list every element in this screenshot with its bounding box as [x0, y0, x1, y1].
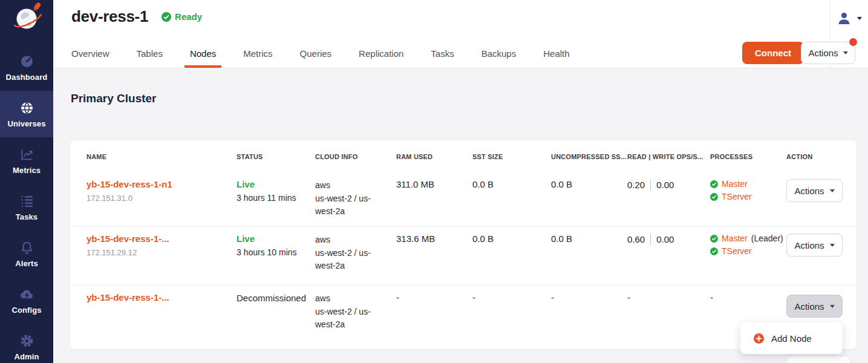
sidebar-item-tasks[interactable]: Tasks	[0, 184, 53, 231]
sst-size-value: 0.0 B	[472, 234, 551, 244]
chevron-down-icon	[830, 189, 835, 192]
node-name-link[interactable]: yb-15-dev-ress-1-...	[86, 234, 169, 244]
check-circle-icon	[162, 12, 171, 22]
node-name-link[interactable]: yb-15-dev-ress-1-...	[86, 292, 169, 302]
gear-icon	[19, 333, 34, 349]
sidebar-item-label: Configs	[11, 306, 41, 315]
universe-header: dev-ress-1 Ready Overview Tables Nodes M…	[53, 0, 868, 68]
universe-tabs: Overview Tables Nodes Metrics Queries Re…	[71, 42, 597, 68]
read-ops-value: 0.60	[627, 234, 645, 244]
node-uptime: 3 hours 11 mins	[237, 193, 315, 203]
cloud-provider: aws	[315, 179, 396, 192]
bell-icon	[19, 240, 34, 256]
sidebar-item-label: Dashboard	[6, 73, 48, 82]
status-badge: Ready	[162, 11, 202, 22]
cloud-zone: us-west-2 / us-west-2a	[315, 306, 377, 332]
column-header-cloud-info: CLOUD INFO	[315, 153, 396, 160]
tserver-process-link[interactable]: TServer	[722, 192, 752, 201]
chart-line-icon	[19, 147, 34, 163]
column-header-ram-used: RAM USED	[396, 153, 472, 160]
node-actions-button[interactable]: Actions	[786, 295, 843, 318]
universe-actions-button[interactable]: Actions	[801, 42, 855, 64]
sidebar-item-admin[interactable]: Admin	[0, 324, 53, 363]
tserver-process-link[interactable]: TServer	[722, 246, 752, 256]
globe-icon	[19, 100, 34, 116]
node-actions-label: Actions	[794, 240, 824, 250]
column-header-read-write: READ | WRITE OPS/S...	[627, 153, 710, 160]
tab-overview[interactable]: Overview	[71, 42, 109, 68]
menu-item-label: Add Node	[771, 333, 812, 344]
user-menu[interactable]	[834, 10, 864, 27]
node-actions-button[interactable]: Actions	[786, 234, 843, 257]
cloud-zone: us-west-2 / us-west-2a	[315, 247, 377, 273]
ram-used-value: 311.0 MB	[396, 179, 472, 189]
table-row: yb-15-dev-ress-1-... 172.151.29.12 Live …	[70, 227, 857, 286]
sidebar-item-label: Alerts	[15, 259, 38, 268]
gauge-icon	[19, 54, 34, 70]
chevron-down-icon	[830, 305, 835, 308]
sidebar-item-universes[interactable]: Universes	[0, 91, 53, 137]
read-ops-value: 0.20	[627, 180, 645, 190]
universe-actions-label: Actions	[808, 48, 838, 58]
column-header-action: ACTION	[786, 153, 857, 160]
node-status: Decommissioned	[237, 292, 315, 303]
node-actions-button[interactable]: Actions	[786, 179, 843, 202]
notification-dot	[849, 38, 857, 46]
column-header-sst-size: SST SIZE	[472, 153, 551, 160]
cloud-provider: aws	[315, 292, 396, 306]
sidebar-item-dashboard[interactable]: Dashboard	[0, 44, 53, 91]
column-header-processes: PROCESSES	[710, 153, 786, 160]
status-badge-label: Ready	[175, 11, 202, 22]
ram-used-value: -	[396, 292, 472, 302]
read-write-value: -	[627, 292, 710, 302]
universe-name: dev-ress-1	[71, 7, 148, 26]
check-circle-icon	[710, 180, 718, 188]
connect-button[interactable]: Connect	[742, 42, 804, 64]
chevron-down-icon	[830, 244, 835, 247]
node-ip: 172.151.31.0	[86, 194, 237, 203]
nodes-table-card: NAME STATUS CLOUD INFO RAM USED SST SIZE…	[70, 140, 857, 349]
table-row: yb-15-dev-ress-1-... Decommissioned aws …	[70, 286, 857, 349]
tab-nodes[interactable]: Nodes	[190, 42, 216, 68]
sidebar-item-label: Tasks	[16, 212, 38, 221]
node-name-link[interactable]: yb-15-dev-ress-1-n1	[86, 179, 172, 189]
sidebar-item-label: Admin	[15, 352, 39, 361]
sidebar-item-configs[interactable]: Configs	[0, 277, 53, 324]
cloud-zone: us-west-2 / us-west-2a	[315, 192, 377, 218]
sidebar-item-metrics[interactable]: Metrics	[0, 137, 53, 184]
write-ops-value: 0.00	[656, 234, 674, 244]
check-circle-icon	[710, 247, 718, 255]
sidebar-item-alerts[interactable]: Alerts	[0, 231, 53, 277]
read-write-divider	[650, 179, 651, 191]
node-actions-label: Actions	[794, 186, 824, 196]
sidebar-item-label: Metrics	[13, 166, 41, 175]
yugabyte-logo[interactable]	[10, 1, 44, 35]
chevron-down-icon	[843, 51, 848, 54]
ram-used-value: 313.6 MB	[396, 234, 472, 244]
tab-backups[interactable]: Backups	[481, 42, 517, 68]
sidebar-item-label: Universes	[7, 119, 45, 128]
uncompressed-sst-value: 0.0 B	[551, 234, 627, 244]
menu-item-add-node[interactable]: Add Node	[740, 333, 843, 344]
section-title: Primary Cluster	[71, 92, 157, 105]
node-ip: 172.151.29.12	[86, 248, 237, 257]
task-list-icon	[19, 194, 34, 209]
tab-replication[interactable]: Replication	[359, 42, 403, 68]
node-actions-dropdown: Add Node	[740, 322, 843, 354]
clipped-element	[786, 356, 850, 363]
tab-queries[interactable]: Queries	[300, 42, 332, 68]
plus-circle-icon	[754, 333, 764, 344]
sidebar-nav: Dashboard Universes Metrics Tasks Alerts	[0, 44, 53, 363]
check-circle-icon	[710, 235, 718, 243]
tab-tables[interactable]: Tables	[137, 42, 163, 68]
master-process-link[interactable]: Master	[722, 234, 748, 243]
cloud-upload-icon	[19, 287, 34, 302]
main-area: dev-ress-1 Ready Overview Tables Nodes M…	[53, 0, 868, 363]
write-ops-value: 0.00	[656, 180, 674, 190]
tab-metrics[interactable]: Metrics	[243, 42, 272, 68]
tab-tasks[interactable]: Tasks	[431, 42, 454, 68]
sst-size-value: 0.0 B	[472, 179, 551, 189]
master-process-link[interactable]: Master	[722, 179, 748, 189]
tab-health[interactable]: Health	[543, 42, 569, 68]
sst-size-value: -	[472, 292, 551, 302]
